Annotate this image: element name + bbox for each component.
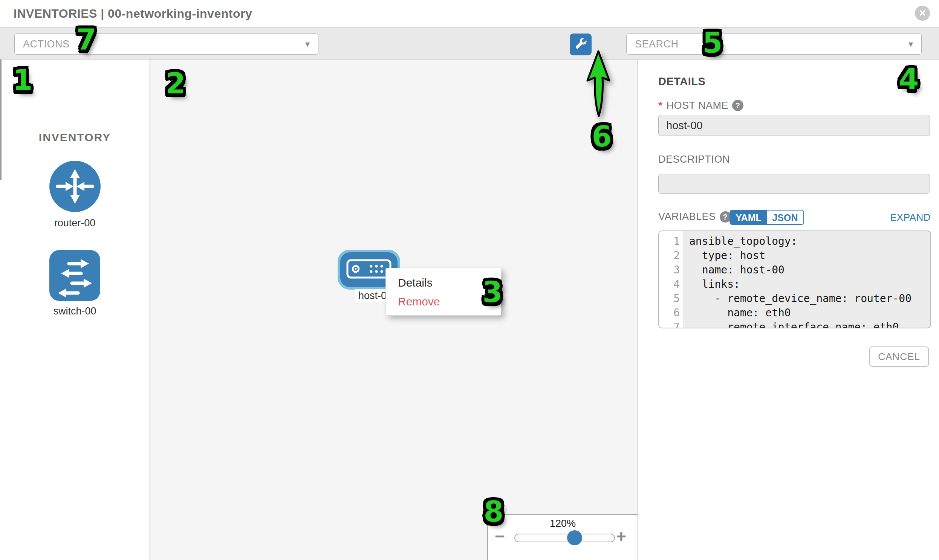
line-number: 4 [659, 277, 683, 291]
palette-item-switch[interactable]: switch-00 [0, 250, 150, 317]
zoom-out-button[interactable]: − [495, 526, 505, 546]
details-panel-title: DETAILS [658, 75, 705, 88]
host-name-label: HOST NAME [666, 100, 728, 111]
node-context-menu: Details Remove [385, 268, 501, 315]
code-line: name: eth0 [689, 306, 930, 320]
required-asterisk: * [658, 99, 662, 111]
breadcrumb: INVENTORIES | 00-networking-inventory [14, 7, 252, 21]
expand-link[interactable]: EXPAND [890, 212, 931, 223]
variables-format-toggle: YAML JSON [729, 210, 804, 225]
host-icon [346, 259, 392, 280]
toolbar: ACTIONS ▾ SEARCH ▾ [0, 27, 939, 60]
close-icon[interactable]: ✕ [915, 6, 930, 21]
description-input[interactable] [658, 174, 930, 194]
wrench-icon [573, 36, 589, 53]
topology-canvas[interactable]: host-00 Details Remove 120% − + [150, 60, 638, 560]
line-number: 7 [659, 320, 683, 328]
zoom-slider-thumb[interactable] [567, 530, 582, 545]
line-number: 6 [659, 306, 683, 320]
description-label: DESCRIPTION [658, 154, 730, 165]
code-gutter: 1 2 3 4 5 6 7 [659, 231, 684, 328]
actions-dropdown[interactable]: ACTIONS ▾ [14, 34, 318, 55]
host-name-input[interactable] [658, 115, 930, 136]
palette-item-label: switch-00 [0, 305, 150, 317]
code-line: links: [689, 277, 930, 291]
line-number: 3 [659, 263, 683, 277]
palette-item-router[interactable]: router-00 [0, 160, 150, 229]
toggle-yaml-button[interactable]: YAML [730, 211, 767, 224]
help-icon[interactable]: ? [732, 100, 743, 111]
code-content[interactable]: ansible_topology: type: host name: host-… [684, 231, 930, 328]
description-label-row: DESCRIPTION [658, 154, 730, 165]
menu-item-details[interactable]: Details [386, 274, 501, 292]
variables-code-editor[interactable]: 1 2 3 4 5 6 7 ansible_topology: type: ho… [658, 231, 931, 328]
line-number: 1 [659, 234, 683, 249]
menu-item-remove[interactable]: Remove [386, 292, 501, 311]
code-line: remote_interface_name: eth0 [689, 320, 930, 328]
page-header: INVENTORIES | 00-networking-inventory ✕ [0, 0, 939, 27]
switch-icon [49, 295, 100, 302]
toggle-json-button[interactable]: JSON [767, 211, 803, 224]
code-line: ansible_topology: [689, 234, 930, 249]
zoom-control-panel: 120% − + [487, 514, 638, 560]
code-line: type: host [689, 249, 930, 263]
code-line: - remote_device_name: router-00 [689, 291, 930, 306]
inventory-sidebar: INVENTORY router-00 [0, 60, 150, 560]
cancel-button[interactable]: CANCEL [869, 346, 929, 367]
inventory-title: INVENTORY [0, 131, 150, 144]
tools-button[interactable] [570, 34, 592, 55]
chevron-down-icon: ▾ [908, 39, 913, 49]
palette-item-label: router-00 [0, 217, 150, 229]
line-number: 5 [659, 291, 683, 306]
line-number: 2 [659, 249, 683, 263]
zoom-level-value: 120% [488, 518, 638, 529]
code-line: name: host-00 [689, 263, 930, 277]
actions-dropdown-label: ACTIONS [23, 38, 305, 50]
search-dropdown[interactable]: SEARCH ▾ [626, 34, 922, 55]
zoom-in-button[interactable]: + [616, 526, 626, 546]
zoom-slider-track[interactable] [514, 534, 615, 542]
chevron-down-icon: ▾ [305, 39, 310, 49]
variables-label: VARIABLES [658, 211, 716, 223]
router-icon [49, 208, 101, 214]
details-panel: DETAILS * HOST NAME ? DESCRIPTION VARIAB… [639, 60, 939, 560]
variables-label-row: VARIABLES ? [658, 211, 731, 223]
search-dropdown-label: SEARCH [635, 38, 908, 50]
host-name-label-row: * HOST NAME ? [658, 99, 743, 111]
